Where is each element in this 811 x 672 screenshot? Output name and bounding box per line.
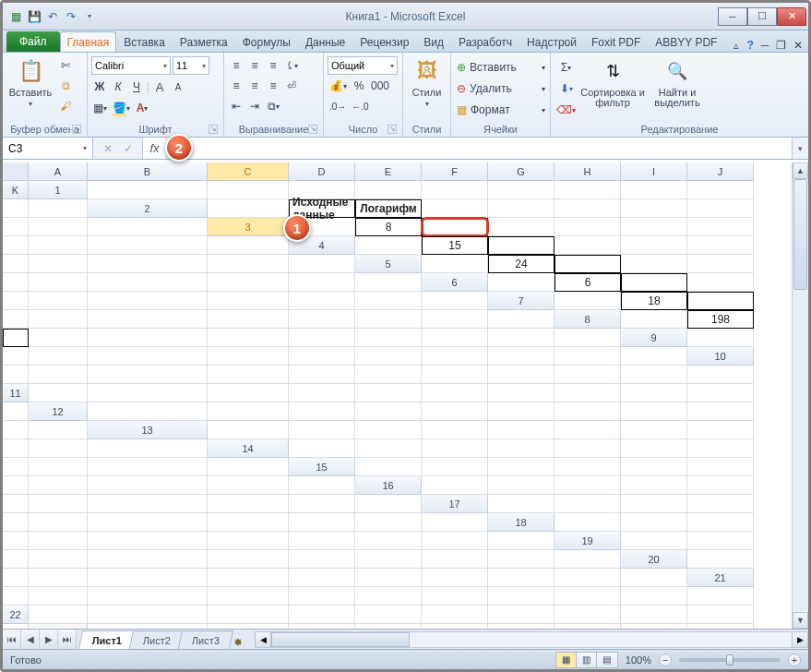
cell-D5[interactable]	[621, 255, 687, 273]
column-header-A[interactable]: A	[29, 162, 88, 181]
cell-B8[interactable]: 198	[687, 310, 754, 329]
font-size-combo[interactable]: 11▾	[173, 56, 209, 75]
borders-button[interactable]: ▦▾	[91, 99, 109, 117]
cell-B11[interactable]	[88, 384, 208, 402]
cell-B20[interactable]	[3, 569, 29, 587]
scroll-right-button[interactable]: ▶	[792, 631, 808, 648]
cell-D8[interactable]	[29, 329, 88, 347]
font-dialog-icon[interactable]: ↘	[209, 125, 218, 134]
cell-B5[interactable]: 24	[488, 255, 555, 273]
cell-G5[interactable]	[29, 273, 88, 292]
fill-color-button[interactable]: 🪣▾	[111, 99, 132, 117]
cell-I12[interactable]	[687, 402, 754, 421]
cell-I15[interactable]	[88, 476, 208, 495]
cell-F14[interactable]	[621, 439, 687, 458]
cell-A12[interactable]	[88, 402, 208, 421]
cell-G15[interactable]	[3, 476, 29, 495]
cell-G3[interactable]	[687, 218, 754, 236]
grow-font-button[interactable]: A	[151, 78, 168, 96]
cell-C7[interactable]	[687, 292, 754, 310]
cell-I4[interactable]	[88, 255, 208, 273]
cell-C15[interactable]	[488, 458, 555, 476]
redo-icon[interactable]: ↷	[64, 9, 78, 24]
select-all-corner[interactable]	[3, 162, 29, 181]
cell-E15[interactable]	[621, 458, 687, 476]
fill-button[interactable]: ⬇▾	[555, 79, 578, 98]
workbook-minimize-icon[interactable]: ─	[761, 39, 769, 52]
insert-function-button[interactable]: fx	[143, 138, 167, 159]
row-header-13[interactable]: 13	[88, 421, 208, 439]
cell-D10[interactable]	[208, 366, 289, 384]
tab-data[interactable]: Данные	[298, 31, 352, 52]
cell-B22[interactable]	[88, 606, 208, 624]
paste-button[interactable]: 📋 Вставить ▾	[6, 54, 54, 108]
excel-icon[interactable]: ▦	[8, 9, 23, 24]
bold-button[interactable]: Ж	[91, 78, 108, 96]
format-painter-button[interactable]: 🖌	[57, 97, 74, 115]
cell-J14[interactable]	[88, 458, 208, 476]
tab-home[interactable]: Главная	[60, 31, 117, 52]
cell-D6[interactable]	[687, 273, 754, 292]
sheet-tab-3[interactable]: Лист3	[178, 630, 233, 649]
cell-B17[interactable]	[555, 495, 621, 513]
cell-G7[interactable]	[208, 310, 289, 329]
cell-G17[interactable]	[88, 513, 208, 532]
cut-button[interactable]: ✄	[57, 56, 74, 75]
cell-I17[interactable]	[289, 513, 355, 532]
cell-H4[interactable]	[29, 255, 88, 273]
cell-G13[interactable]	[621, 421, 687, 439]
cell-K8[interactable]	[555, 329, 621, 347]
cell-B9[interactable]	[3, 347, 29, 366]
cell-K11[interactable]	[3, 402, 29, 421]
cell-I21[interactable]	[555, 587, 621, 606]
align-right-button[interactable]: ≡	[265, 77, 281, 95]
row-header-1[interactable]: 1	[29, 181, 88, 199]
align-center-button[interactable]: ≡	[246, 77, 263, 95]
cell-F5[interactable]	[3, 273, 29, 292]
cell-E8[interactable]	[88, 329, 208, 347]
sort-filter-button[interactable]: ⇅ Сортировка и фильтр	[580, 54, 645, 108]
cell-D3[interactable]	[488, 218, 555, 236]
cell-C3[interactable]	[422, 218, 488, 236]
cell-D20[interactable]	[88, 569, 208, 587]
cell-F18[interactable]	[88, 532, 208, 550]
cell-A4[interactable]	[355, 236, 422, 255]
cell-F15[interactable]	[687, 458, 754, 476]
cell-B3[interactable]: 8	[355, 218, 422, 236]
cell-H18[interactable]	[289, 532, 355, 550]
cell-B7[interactable]: 18	[621, 292, 687, 310]
cell-B15[interactable]	[422, 458, 488, 476]
italic-button[interactable]: К	[110, 78, 126, 96]
cell-J15[interactable]	[208, 476, 289, 495]
cell-E18[interactable]	[29, 532, 88, 550]
row-header-5[interactable]: 5	[355, 255, 422, 273]
alignment-dialog-icon[interactable]: ↘	[308, 125, 317, 134]
cell-E22[interactable]	[355, 606, 422, 624]
row-header-2[interactable]: 2	[88, 199, 208, 218]
font-color-button[interactable]: A▾	[134, 99, 150, 117]
tab-developer[interactable]: Разработч	[451, 31, 519, 52]
tab-formulas[interactable]: Формулы	[235, 31, 298, 52]
cell-B4[interactable]: 15	[422, 236, 488, 255]
cell-J16[interactable]	[289, 495, 355, 513]
cell-K1[interactable]	[29, 199, 88, 218]
sheet-tab-2[interactable]: Лист2	[129, 630, 185, 649]
undo-icon[interactable]: ↶	[45, 9, 60, 24]
tab-foxit[interactable]: Foxit PDF	[584, 31, 648, 52]
workbook-restore-icon[interactable]: ❐	[776, 39, 786, 52]
enter-formula-icon[interactable]: ✓	[120, 139, 137, 158]
cell-A15[interactable]	[355, 458, 422, 476]
cell-A22[interactable]	[29, 606, 88, 624]
zoom-slider-thumb[interactable]	[726, 654, 733, 666]
sheet-nav-first-button[interactable]: ⏮	[3, 630, 21, 649]
row-header-18[interactable]: 18	[488, 513, 555, 532]
underline-button[interactable]: Ч	[128, 78, 145, 96]
align-left-button[interactable]: ≡	[228, 77, 244, 95]
sheet-nav-prev-button[interactable]: ◀	[21, 630, 40, 649]
find-select-button[interactable]: 🔍 Найти и выделить	[648, 54, 707, 108]
cell-H14[interactable]	[3, 458, 29, 476]
cell-A1[interactable]	[88, 181, 208, 199]
tab-layout[interactable]: Разметка	[173, 31, 235, 52]
cell-K5[interactable]	[355, 273, 422, 292]
cell-J5[interactable]	[289, 273, 355, 292]
